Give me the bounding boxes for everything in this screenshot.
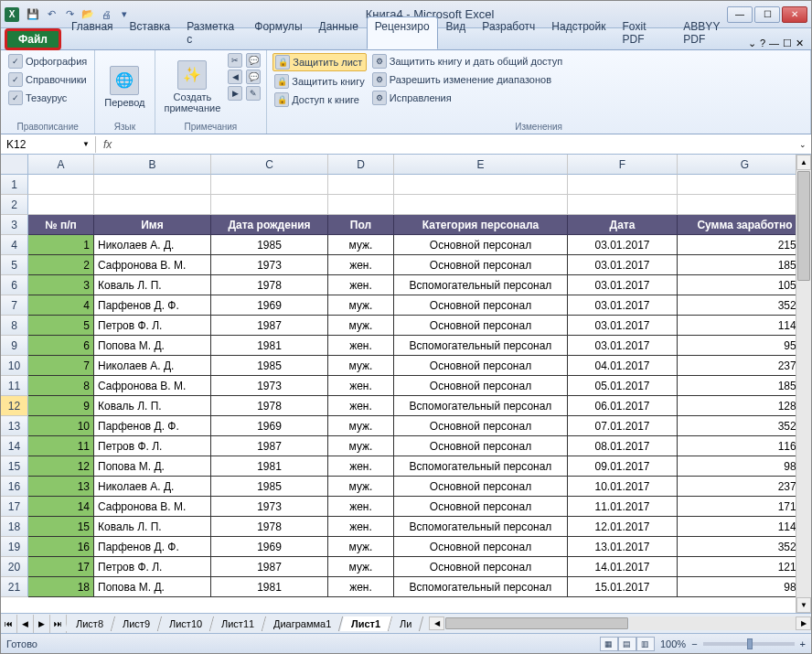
cell-sex[interactable]: муж. [328, 356, 394, 376]
cell-id[interactable]: 1 [28, 235, 94, 255]
cell-sum[interactable]: 11698 [678, 436, 811, 456]
column-header[interactable]: F [568, 155, 678, 175]
cell-sex[interactable]: муж. [328, 557, 394, 577]
ribbon-tab[interactable]: Надстройк [543, 16, 614, 49]
table-header[interactable]: Сумма заработно [678, 215, 811, 235]
row-header[interactable]: 7 [1, 295, 28, 316]
cell-name[interactable]: Сафронова В. М. [94, 497, 211, 517]
mdi-close-icon[interactable]: ✕ [796, 38, 804, 49]
next-comment-icon[interactable]: ▶ [228, 86, 242, 101]
scroll-thumb[interactable] [797, 171, 810, 281]
cell-category[interactable]: Вспомогательный персонал [394, 396, 568, 416]
cell-category[interactable]: Основной персонал [394, 557, 568, 577]
help-icon[interactable]: ? [760, 38, 765, 49]
cell-category[interactable]: Вспомогательный персонал [394, 517, 568, 537]
cell-sum[interactable]: 12102 [678, 557, 811, 577]
ribbon-tab[interactable]: Вид [438, 16, 475, 49]
scroll-down-icon[interactable]: ▼ [796, 597, 811, 613]
cell-category[interactable]: Вспомогательный персонал [394, 336, 568, 356]
sheet-tab[interactable]: Лист1 [340, 616, 392, 631]
cell-sum[interactable]: 9800 [678, 456, 811, 477]
cell-sum[interactable]: 11456 [678, 517, 811, 537]
page-layout-button[interactable]: ▤ [618, 637, 636, 651]
cell-date[interactable]: 11.01.2017 [568, 497, 678, 517]
cell-id[interactable]: 10 [28, 416, 94, 436]
mdi-restore-icon[interactable]: ☐ [783, 38, 792, 49]
cell-id[interactable]: 5 [28, 316, 94, 336]
cell-sum[interactable]: 9564 [678, 336, 811, 356]
cell-date[interactable]: 04.01.2017 [568, 356, 678, 376]
cell-category[interactable]: Основной персонал [394, 376, 568, 396]
table-header[interactable]: Дата [568, 215, 678, 235]
undo-icon[interactable]: ↶ [43, 6, 59, 23]
cell-name[interactable]: Николаев А. Д. [94, 477, 211, 497]
row-header[interactable]: 1 [1, 175, 28, 195]
cell-dob[interactable]: 1987 [211, 436, 328, 456]
fx-expand-icon[interactable]: ⌄ [795, 140, 811, 149]
ribbon-tab[interactable]: Рецензиро [367, 16, 438, 49]
cell-sum[interactable]: 35254 [678, 537, 811, 557]
cell-sum[interactable]: 12821 [678, 396, 811, 416]
cell-dob[interactable]: 1973 [211, 497, 328, 517]
ribbon-tab[interactable]: ABBYY PDF [675, 16, 748, 49]
ribbon-tab[interactable]: Вставка [122, 16, 179, 49]
ribbon-tab[interactable]: Данные [311, 16, 367, 49]
cell-sex[interactable]: жен. [328, 396, 394, 416]
column-header[interactable]: A [28, 155, 94, 175]
select-all-corner[interactable] [1, 155, 28, 175]
column-header[interactable]: G [678, 155, 811, 175]
cell-id[interactable]: 3 [28, 275, 94, 295]
cell-id[interactable]: 15 [28, 517, 94, 537]
cell[interactable] [211, 195, 328, 215]
ribbon-item[interactable]: ⚙Защитить книгу и дать общий доступ [370, 53, 564, 70]
hscroll-thumb[interactable] [445, 617, 628, 629]
row-header[interactable]: 6 [1, 275, 28, 295]
row-header[interactable]: 12 [1, 396, 28, 416]
cell-date[interactable]: 09.01.2017 [568, 456, 678, 477]
cell-name[interactable]: Парфенов Д. Ф. [94, 295, 211, 316]
row-header[interactable]: 19 [1, 537, 28, 557]
cell-category[interactable]: Основной персонал [394, 316, 568, 336]
cell-date[interactable]: 03.01.2017 [568, 336, 678, 356]
tab-nav-next-icon[interactable]: ▶ [34, 615, 50, 633]
close-button[interactable]: ✕ [782, 6, 807, 23]
show-ink-icon[interactable]: ✎ [246, 86, 261, 101]
cell-id[interactable]: 6 [28, 336, 94, 356]
cell-dob[interactable]: 1981 [211, 577, 328, 597]
column-header[interactable]: B [94, 155, 211, 175]
row-header[interactable]: 2 [1, 195, 28, 215]
cell-dob[interactable]: 1985 [211, 235, 328, 255]
cell-category[interactable]: Основной персонал [394, 235, 568, 255]
new-comment-button[interactable]: ✨ Создать примечание [161, 53, 225, 120]
cell-date[interactable]: 13.01.2017 [568, 537, 678, 557]
show-comment-icon[interactable]: 💬 [246, 53, 261, 68]
cell-id[interactable]: 17 [28, 557, 94, 577]
table-header[interactable]: Имя [94, 215, 211, 235]
cell-sum[interactable]: 23754 [678, 477, 811, 497]
cell-category[interactable]: Вспомогательный персонал [394, 456, 568, 477]
cell-date[interactable]: 15.01.2017 [568, 577, 678, 597]
table-header[interactable]: Категория персонала [394, 215, 568, 235]
table-header[interactable]: № п/п [28, 215, 94, 235]
cell-category[interactable]: Основной персонал [394, 497, 568, 517]
cell-sex[interactable]: муж. [328, 416, 394, 436]
delete-comment-icon[interactable]: ✂ [228, 53, 242, 68]
cell-date[interactable]: 03.01.2017 [568, 255, 678, 275]
column-header[interactable]: D [328, 155, 394, 175]
row-header[interactable]: 21 [1, 577, 28, 597]
cell-dob[interactable]: 1981 [211, 336, 328, 356]
cell-date[interactable]: 14.01.2017 [568, 557, 678, 577]
row-header[interactable]: 11 [1, 376, 28, 396]
cell-sex[interactable]: жен. [328, 497, 394, 517]
cell-dob[interactable]: 1973 [211, 255, 328, 275]
ribbon-item[interactable]: ✓Орфография [6, 53, 89, 70]
row-header[interactable]: 4 [1, 235, 28, 255]
row-header[interactable]: 13 [1, 416, 28, 436]
cell-date[interactable]: 03.01.2017 [568, 235, 678, 255]
row-header[interactable]: 10 [1, 356, 28, 376]
cell-dob[interactable]: 1969 [211, 295, 328, 316]
cell-name[interactable]: Парфенов Д. Ф. [94, 416, 211, 436]
cell-date[interactable]: 03.01.2017 [568, 316, 678, 336]
prev-comment-icon[interactable]: ◀ [228, 70, 242, 84]
scroll-up-icon[interactable]: ▲ [796, 155, 811, 170]
